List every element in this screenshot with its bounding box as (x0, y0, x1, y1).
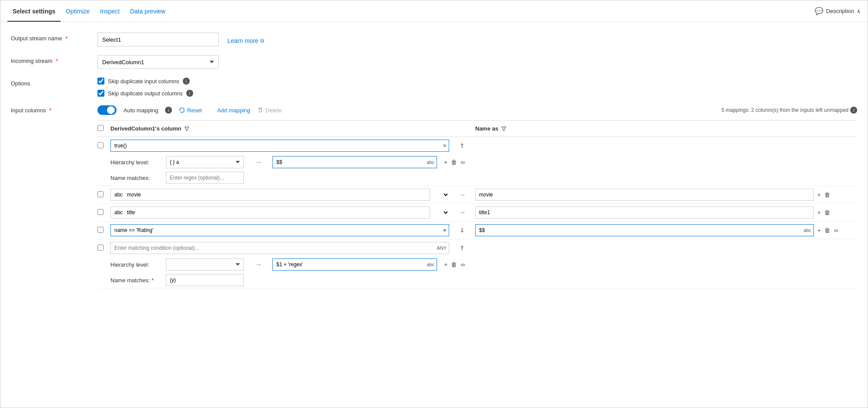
row3-delete-icon[interactable]: 🗑 (824, 209, 830, 216)
row1-checkbox[interactable] (97, 142, 104, 148)
target-filter-icon[interactable]: ▽ (502, 125, 506, 132)
row4-expand-icon[interactable]: ⇓ (458, 227, 466, 234)
reset-button[interactable]: Reset (179, 107, 202, 114)
row4-target-input[interactable] (475, 224, 814, 236)
tab-optimize[interactable]: Optimize (61, 0, 95, 22)
row3-target-input[interactable] (475, 206, 814, 219)
row4-condition-input[interactable] (110, 224, 449, 236)
row5-name-matches-input[interactable] (166, 274, 244, 286)
tab-select-settings[interactable]: Select settings (7, 0, 61, 22)
row1-hierarchy-select[interactable]: { } a (166, 156, 244, 168)
options-label: Options (11, 78, 97, 87)
row2-target-input[interactable] (475, 189, 814, 201)
row3-checkbox[interactable] (97, 209, 104, 215)
row2-checkbox[interactable] (97, 191, 104, 197)
row1-delete-icon[interactable]: 🗑 (451, 159, 457, 166)
tabs-bar: Select settings Optimize Inspect Data pr… (0, 0, 868, 22)
mapping-row-3: ▾ → + (97, 204, 857, 222)
skip-duplicate-output-checkbox[interactable] (97, 90, 104, 97)
row3-condition-input[interactable] (110, 206, 430, 219)
row2-dropdown[interactable]: ▾ (434, 189, 449, 201)
row1-arrow-icon: → (254, 158, 262, 167)
row5-hierarchy-select[interactable] (166, 258, 244, 271)
delete-button[interactable]: Delete (257, 107, 282, 114)
select-all-checkbox[interactable] (97, 125, 104, 131)
row5-checkbox[interactable] (97, 245, 104, 251)
output-stream-row: Output stream name * Learn more ⧉ (11, 33, 857, 46)
incoming-stream-select[interactable]: DerivedColumn1 (97, 55, 219, 69)
mapping-info: 5 mappings: 2 column(s) from the inputs … (722, 107, 857, 114)
mapping-row-5: ANY ⇑ H (97, 239, 857, 288)
input-columns-label: Input columns * (11, 105, 97, 114)
learn-more-link[interactable]: Learn more ⧉ (227, 37, 264, 44)
mapping-info-icon[interactable]: i (850, 107, 857, 114)
row1-target-input[interactable] (272, 156, 437, 168)
row5-target-input[interactable] (272, 258, 437, 271)
row5-arrow-icon: → (254, 260, 262, 269)
row5-add-icon[interactable]: + (444, 261, 447, 268)
skip-output-info-icon[interactable]: i (186, 90, 193, 97)
tab-data-preview[interactable]: Data preview (125, 0, 171, 22)
skip-duplicate-input-row: Skip duplicate input columns i (97, 78, 857, 85)
row2-delete-icon[interactable]: 🗑 (824, 191, 830, 198)
row3-arrow: → (458, 208, 466, 217)
row4-checkbox[interactable] (97, 227, 104, 233)
row4-add-icon[interactable]: + (817, 227, 821, 234)
output-stream-input[interactable] (97, 33, 219, 46)
mapping-row-4: ✕ ⇓ abc (97, 222, 857, 239)
row4-delete-icon[interactable]: 🗑 (824, 227, 830, 234)
table-header: DerivedColumn1's column ▽ Name as ▽ (97, 121, 857, 137)
row4-link-icon[interactable]: ∞ (834, 227, 838, 234)
row1-expand-icon[interactable]: ⇑ (458, 142, 466, 149)
row1-sub-rows: Hierarchy level: { } a → abc (97, 154, 857, 186)
row1-add-icon[interactable]: + (444, 159, 447, 166)
content-area: Output stream name * Learn more ⧉ Incomi… (0, 22, 868, 408)
skip-input-info-icon[interactable]: i (183, 78, 190, 85)
description-button[interactable]: 💬 Description ∧ (815, 7, 861, 15)
row5-link-icon[interactable]: ∞ (460, 261, 465, 268)
source-filter-icon[interactable]: ▽ (185, 125, 189, 132)
skip-duplicate-input-checkbox[interactable] (97, 78, 104, 85)
auto-mapping-info-icon[interactable]: i (165, 107, 172, 114)
row5-condition-input[interactable] (110, 242, 449, 254)
row1-name-matches-input[interactable] (166, 172, 244, 184)
options-row: Options Skip duplicate input columns i S… (11, 78, 857, 97)
external-link-icon: ⧉ (260, 38, 264, 44)
row5-expand-icon[interactable]: ⇑ (458, 245, 466, 251)
row2-condition-input[interactable] (110, 189, 430, 201)
auto-mapping-toggle[interactable] (97, 105, 117, 115)
mapping-row-1: ✕ ⇑ Hie (97, 137, 857, 186)
row2-arrow: → (458, 190, 466, 199)
tab-inspect[interactable]: Inspect (95, 0, 125, 22)
row1-link-icon[interactable]: ∞ (460, 159, 465, 166)
row3-dropdown[interactable]: ▾ (434, 206, 449, 219)
incoming-stream-row: Incoming stream * DerivedColumn1 (11, 55, 857, 69)
row5-sub-rows: Hierarchy level: → abc (97, 257, 857, 288)
input-columns-row: Input columns * Auto mapping i Reset (11, 105, 857, 288)
row3-add-icon[interactable]: + (817, 209, 821, 216)
collapse-icon: ∧ (857, 8, 861, 14)
row1-condition-input[interactable] (110, 140, 449, 152)
skip-duplicate-output-row: Skip duplicate output columns i (97, 90, 857, 97)
row5-delete-icon[interactable]: 🗑 (451, 261, 457, 268)
comment-icon: 💬 (815, 7, 823, 15)
row2-add-icon[interactable]: + (817, 191, 821, 198)
output-stream-label: Output stream name * (11, 33, 97, 42)
add-mapping-button[interactable]: Add mapping (209, 107, 250, 114)
row4-clear-icon[interactable]: ✕ (443, 228, 447, 233)
row5-any-badge: ANY (437, 245, 447, 251)
incoming-stream-label: Incoming stream * (11, 55, 97, 64)
input-columns-toolbar: Auto mapping i Reset Add mapping Delete (97, 105, 857, 115)
mapping-table: DerivedColumn1's column ▽ Name as ▽ (97, 120, 857, 288)
mapping-row-2: ▾ → + (97, 186, 857, 204)
